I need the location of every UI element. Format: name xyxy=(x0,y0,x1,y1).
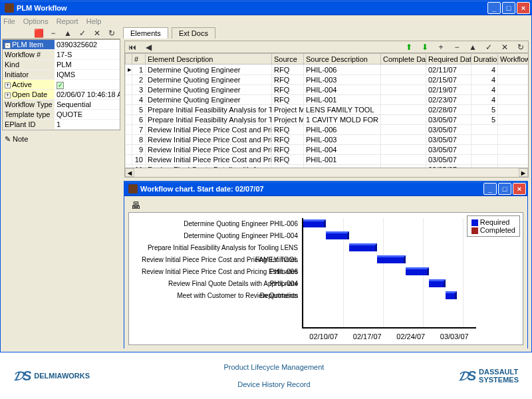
x-tick: 02/17/07 xyxy=(353,332,382,340)
gantt-bar xyxy=(326,231,348,239)
maximize-button[interactable]: □ xyxy=(502,2,515,14)
task-label: Review Final Quote Details with Appropri… xyxy=(132,278,301,290)
app-icon xyxy=(5,3,14,13)
first-icon[interactable]: ⏮ xyxy=(128,43,137,52)
tab-elements[interactable]: Elements xyxy=(123,27,168,39)
up-arrow-icon[interactable]: ⬆ xyxy=(404,43,414,52)
x-axis-ticks: 02/10/0702/17/0702/24/0703/03/07 xyxy=(302,332,476,340)
note-label: Note xyxy=(13,135,28,143)
gantt-bar xyxy=(429,279,446,287)
check-icon[interactable]: ✓ xyxy=(78,29,87,38)
column-header[interactable]: Duration xyxy=(471,54,498,65)
x-tick: 02/24/07 xyxy=(396,332,425,340)
gantt-bar xyxy=(349,243,378,251)
footer: 𝓓SDELMIAWORKS Product Lifecycle Manageme… xyxy=(0,352,532,399)
remove-icon[interactable]: − xyxy=(452,43,462,52)
tab-extdocs[interactable]: Ext Docs xyxy=(172,27,215,39)
column-header[interactable]: Workflow Type xyxy=(498,54,529,65)
chart-titlebar[interactable]: Workflow chart. Start date: 02/07/07 _ □… xyxy=(124,182,527,196)
triangle-icon[interactable]: ▲ xyxy=(63,29,72,38)
chart-icon xyxy=(128,184,138,194)
chart-maximize-button[interactable]: □ xyxy=(498,183,511,195)
table-row[interactable]: 3Determine Quoting EngineerRFQPHIL-00402… xyxy=(126,85,529,95)
table-row[interactable]: 9Review Initial Piece Price Cost and Pri… xyxy=(126,145,529,155)
task-label: Meet with Customer to Review Quotation xyxy=(132,290,301,302)
property-grid[interactable]: -PLM Item0390325602Workflow #17-SKindPLM… xyxy=(2,39,120,130)
table-row[interactable]: 4Determine Quoting EngineerRFQPHIL-00102… xyxy=(126,95,529,105)
table-row[interactable]: 2Determine Quoting EngineerRFQPHIL-00302… xyxy=(126,75,529,85)
prop-row[interactable]: Template typeQUOTE xyxy=(3,110,120,120)
menu-report[interactable]: Report xyxy=(57,17,78,25)
chart-minimize-button[interactable]: _ xyxy=(483,183,497,195)
column-header[interactable]: Complete Date xyxy=(381,54,426,65)
task-label: Review Initial Piece Price Cost and Pric… xyxy=(132,254,301,266)
gantt-bars xyxy=(302,218,476,329)
task-label: Determine Quoting Engineer PHIL-006 xyxy=(132,218,301,230)
prop-row[interactable]: KindPLM xyxy=(3,60,120,70)
print-icon[interactable]: 🖶 xyxy=(131,200,525,211)
x-tick: 02/10/07 xyxy=(309,332,338,340)
brand-left: 𝓓SDELMIAWORKS xyxy=(13,368,90,384)
prop-row[interactable]: Workflow TypeSequential xyxy=(3,100,120,110)
column-header[interactable]: Source xyxy=(272,54,304,65)
prop-row[interactable]: Workflow #17-S xyxy=(3,50,120,60)
prev-icon[interactable]: ◀ xyxy=(144,43,153,52)
x-tick: 03/03/07 xyxy=(440,332,469,340)
task-label: Review Initial Piece Price Cost and Pric… xyxy=(132,266,301,278)
minus-icon[interactable]: − xyxy=(49,29,58,38)
gantt-bar xyxy=(406,267,428,275)
scroll-right-icon[interactable]: ► xyxy=(519,168,528,177)
gantt-bar xyxy=(377,255,406,263)
gantt-bar xyxy=(303,219,326,227)
menu-options[interactable]: Options xyxy=(23,17,49,25)
menu-file[interactable]: File xyxy=(3,17,15,25)
column-header[interactable]: Source Description xyxy=(304,54,381,65)
table-row[interactable]: ▸1Determine Quoting EngineerRFQPHIL-0060… xyxy=(126,65,529,75)
table-row[interactable]: 8Review Initial Piece Price Cost and Pri… xyxy=(126,135,529,145)
chart-window: Workflow chart. Start date: 02/07/07 _ □… xyxy=(124,181,528,348)
grid-toolbar: ⏮ ◀ ⬆ ⬇ + − ▲ ✓ ✕ ↻ xyxy=(124,41,529,53)
main-title: PLM Workflow xyxy=(17,4,67,12)
prop-row[interactable]: +Active✓ xyxy=(3,80,120,90)
x-icon[interactable]: ✕ xyxy=(92,29,102,38)
note-panel[interactable]: Note xyxy=(2,134,120,145)
chart-close-button[interactable]: × xyxy=(513,183,526,195)
chart-body: 🖶 Required Completed Determine Quoting E… xyxy=(124,196,527,349)
column-header[interactable]: Required Date xyxy=(426,54,471,65)
confirm-icon[interactable]: ✓ xyxy=(484,43,493,52)
prop-row[interactable]: -PLM Item0390325602 xyxy=(3,40,120,50)
edit-icon[interactable]: ▲ xyxy=(468,43,477,52)
cancel-icon[interactable]: ✕ xyxy=(500,43,509,52)
prop-row[interactable]: InitiatorIQMS xyxy=(3,70,120,80)
tool-icon[interactable]: 🟥 xyxy=(34,29,43,38)
elements-grid[interactable]: #Element DescriptionSourceSource Descrip… xyxy=(124,53,529,168)
legend-completed: Completed xyxy=(480,226,515,234)
table-row[interactable]: 7Review Initial Piece Price Cost and Pri… xyxy=(126,125,529,135)
add-icon[interactable]: + xyxy=(436,43,446,52)
footer-caption: Product Lifecycle Management Device Hist… xyxy=(223,358,324,393)
chart-title: Workflow chart. Start date: 02/07/07 xyxy=(140,185,264,193)
reload-icon[interactable]: ↻ xyxy=(516,43,525,52)
table-row[interactable]: 5Prepare Initial Feasibility Analysis fo… xyxy=(126,105,529,115)
menubar: File Options Report Help xyxy=(1,15,531,27)
grid-scrollbar[interactable]: ◄ ► xyxy=(124,168,529,178)
legend-required: Required xyxy=(480,218,510,226)
brand-right: 𝓓SDASSAULTSYSTEMES xyxy=(458,368,519,384)
table-row[interactable]: 10Review Initial Piece Price Cost and Pr… xyxy=(126,155,529,165)
column-header[interactable]: Element Description xyxy=(146,54,272,65)
tabs: Elements Ext Docs xyxy=(123,27,530,39)
table-row[interactable]: 6Prepare Initial Feasibility Analysis fo… xyxy=(126,115,529,125)
close-button[interactable]: × xyxy=(517,2,530,14)
gantt-plot: Required Completed Determine Quoting Eng… xyxy=(128,212,523,345)
down-arrow-icon[interactable]: ⬇ xyxy=(420,43,430,52)
scroll-track[interactable] xyxy=(134,168,519,177)
prop-row[interactable]: +Open Date02/06/07 10:46:18 AM xyxy=(3,90,120,100)
minimize-button[interactable]: _ xyxy=(487,2,501,14)
refresh-icon[interactable]: ↻ xyxy=(107,29,116,38)
menu-help[interactable]: Help xyxy=(86,17,102,25)
column-header[interactable]: # xyxy=(132,54,146,65)
main-titlebar[interactable]: PLM Workflow _ □ × xyxy=(1,1,531,15)
prop-row[interactable]: EPlant ID1 xyxy=(3,120,120,130)
scroll-left-icon[interactable]: ◄ xyxy=(125,168,134,177)
task-label: Prepare Initial Feasibility Analysis for… xyxy=(132,242,301,254)
